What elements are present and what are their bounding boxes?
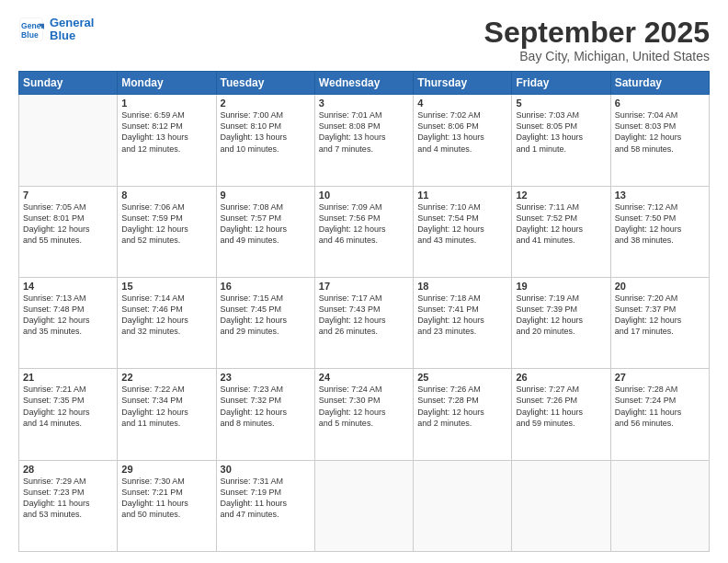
day-info: Sunrise: 7:18 AMSunset: 7:41 PMDaylight:…	[417, 293, 507, 338]
calendar-week-row: 28Sunrise: 7:29 AMSunset: 7:23 PMDayligh…	[19, 460, 710, 551]
svg-text:Blue: Blue	[21, 30, 39, 40]
day-info: Sunrise: 7:03 AMSunset: 8:05 PMDaylight:…	[516, 109, 606, 155]
calendar-week-row: 14Sunrise: 7:13 AMSunset: 7:48 PMDayligh…	[19, 277, 710, 368]
day-info: Sunrise: 7:13 AMSunset: 7:48 PMDaylight:…	[23, 293, 113, 338]
calendar-day-cell: 1Sunrise: 6:59 AMSunset: 8:12 PMDaylight…	[118, 95, 216, 186]
calendar-day-cell: 10Sunrise: 7:09 AMSunset: 7:56 PMDayligh…	[314, 186, 413, 277]
day-info: Sunrise: 7:09 AMSunset: 7:56 PMDaylight:…	[319, 201, 409, 247]
calendar-day-cell: 25Sunrise: 7:26 AMSunset: 7:28 PMDayligh…	[414, 369, 512, 460]
day-number: 12	[516, 190, 606, 201]
calendar-week-row: 21Sunrise: 7:21 AMSunset: 7:35 PMDayligh…	[19, 369, 710, 460]
day-number: 18	[417, 281, 507, 292]
calendar-day-cell: 2Sunrise: 7:00 AMSunset: 8:10 PMDaylight…	[216, 95, 314, 186]
day-info: Sunrise: 7:30 AMSunset: 7:21 PMDaylight:…	[121, 476, 211, 521]
day-number: 6	[615, 98, 705, 109]
calendar-day-header: Thursday	[414, 72, 512, 95]
calendar-day-cell	[414, 460, 512, 551]
day-number: 27	[615, 372, 705, 383]
day-number: 2	[221, 98, 311, 109]
day-info: Sunrise: 7:26 AMSunset: 7:28 PMDaylight:…	[417, 384, 507, 429]
calendar-day-cell	[19, 95, 118, 186]
day-number: 20	[615, 281, 705, 292]
calendar-day-header: Tuesday	[216, 72, 314, 95]
day-number: 30	[221, 464, 311, 475]
day-number: 15	[121, 281, 211, 292]
day-info: Sunrise: 7:14 AMSunset: 7:46 PMDaylight:…	[121, 293, 211, 338]
day-info: Sunrise: 7:15 AMSunset: 7:45 PMDaylight:…	[221, 293, 311, 338]
title-block: September 2025 Bay City, Michigan, Unite…	[484, 17, 710, 63]
calendar-day-cell: 24Sunrise: 7:24 AMSunset: 7:30 PMDayligh…	[314, 369, 413, 460]
calendar-day-header: Saturday	[610, 72, 709, 95]
day-info: Sunrise: 7:31 AMSunset: 7:19 PMDaylight:…	[221, 476, 311, 521]
calendar-day-cell	[610, 460, 709, 551]
calendar-day-header: Monday	[118, 72, 216, 95]
day-number: 29	[121, 464, 211, 475]
calendar-day-cell	[512, 460, 610, 551]
day-info: Sunrise: 6:59 AMSunset: 8:12 PMDaylight:…	[121, 109, 211, 155]
calendar-day-cell: 15Sunrise: 7:14 AMSunset: 7:46 PMDayligh…	[118, 277, 216, 368]
day-info: Sunrise: 7:23 AMSunset: 7:32 PMDaylight:…	[221, 384, 311, 429]
calendar-table: SundayMondayTuesdayWednesdayThursdayFrid…	[18, 71, 710, 552]
day-info: Sunrise: 7:02 AMSunset: 8:06 PMDaylight:…	[417, 109, 507, 155]
day-info: Sunrise: 7:04 AMSunset: 8:03 PMDaylight:…	[615, 109, 705, 155]
day-info: Sunrise: 7:10 AMSunset: 7:54 PMDaylight:…	[417, 201, 507, 247]
day-number: 10	[319, 190, 409, 201]
calendar-day-cell: 7Sunrise: 7:05 AMSunset: 8:01 PMDaylight…	[19, 186, 118, 277]
calendar-day-header: Sunday	[19, 72, 118, 95]
day-number: 3	[319, 98, 409, 109]
day-number: 25	[417, 372, 507, 383]
day-info: Sunrise: 7:22 AMSunset: 7:34 PMDaylight:…	[121, 384, 211, 429]
day-info: Sunrise: 7:06 AMSunset: 7:59 PMDaylight:…	[121, 201, 211, 247]
day-info: Sunrise: 7:01 AMSunset: 8:08 PMDaylight:…	[319, 109, 409, 155]
day-number: 14	[23, 281, 113, 292]
day-number: 24	[319, 372, 409, 383]
day-number: 11	[417, 190, 507, 201]
day-number: 21	[23, 372, 113, 383]
day-info: Sunrise: 7:05 AMSunset: 8:01 PMDaylight:…	[23, 201, 113, 247]
logo: General Blue General Blue	[18, 17, 94, 43]
calendar-day-cell	[314, 460, 413, 551]
calendar-day-cell: 23Sunrise: 7:23 AMSunset: 7:32 PMDayligh…	[216, 369, 314, 460]
day-info: Sunrise: 7:12 AMSunset: 7:50 PMDaylight:…	[615, 201, 705, 247]
calendar-day-cell: 21Sunrise: 7:21 AMSunset: 7:35 PMDayligh…	[19, 369, 118, 460]
day-info: Sunrise: 7:29 AMSunset: 7:23 PMDaylight:…	[23, 476, 113, 521]
day-info: Sunrise: 7:11 AMSunset: 7:52 PMDaylight:…	[516, 201, 606, 247]
day-number: 7	[23, 190, 113, 201]
day-info: Sunrise: 7:24 AMSunset: 7:30 PMDaylight:…	[319, 384, 409, 429]
calendar-day-cell: 30Sunrise: 7:31 AMSunset: 7:19 PMDayligh…	[216, 460, 314, 551]
calendar-header-row: SundayMondayTuesdayWednesdayThursdayFrid…	[19, 72, 710, 95]
calendar-day-cell: 4Sunrise: 7:02 AMSunset: 8:06 PMDaylight…	[414, 95, 512, 186]
calendar-day-cell: 13Sunrise: 7:12 AMSunset: 7:50 PMDayligh…	[610, 186, 709, 277]
calendar-day-cell: 22Sunrise: 7:22 AMSunset: 7:34 PMDayligh…	[118, 369, 216, 460]
calendar-day-cell: 27Sunrise: 7:28 AMSunset: 7:24 PMDayligh…	[610, 369, 709, 460]
calendar-day-cell: 9Sunrise: 7:08 AMSunset: 7:57 PMDaylight…	[216, 186, 314, 277]
subtitle: Bay City, Michigan, United States	[484, 49, 710, 63]
day-number: 28	[23, 464, 113, 475]
day-number: 8	[121, 190, 211, 201]
calendar-day-cell: 17Sunrise: 7:17 AMSunset: 7:43 PMDayligh…	[314, 277, 413, 368]
logo-icon: General Blue	[18, 17, 44, 42]
day-number: 1	[121, 98, 211, 109]
day-number: 19	[516, 281, 606, 292]
day-number: 22	[121, 372, 211, 383]
day-info: Sunrise: 7:28 AMSunset: 7:24 PMDaylight:…	[615, 384, 705, 429]
calendar-day-cell: 11Sunrise: 7:10 AMSunset: 7:54 PMDayligh…	[414, 186, 512, 277]
logo-line2: Blue	[50, 29, 94, 42]
day-info: Sunrise: 7:08 AMSunset: 7:57 PMDaylight:…	[221, 201, 311, 247]
day-info: Sunrise: 7:00 AMSunset: 8:10 PMDaylight:…	[221, 109, 311, 155]
calendar-day-header: Wednesday	[314, 72, 413, 95]
calendar-day-header: Friday	[512, 72, 610, 95]
calendar-day-cell: 12Sunrise: 7:11 AMSunset: 7:52 PMDayligh…	[512, 186, 610, 277]
calendar-day-cell: 16Sunrise: 7:15 AMSunset: 7:45 PMDayligh…	[216, 277, 314, 368]
day-info: Sunrise: 7:21 AMSunset: 7:35 PMDaylight:…	[23, 384, 113, 429]
day-info: Sunrise: 7:27 AMSunset: 7:26 PMDaylight:…	[516, 384, 606, 429]
day-info: Sunrise: 7:17 AMSunset: 7:43 PMDaylight:…	[319, 293, 409, 338]
calendar-day-cell: 6Sunrise: 7:04 AMSunset: 8:03 PMDaylight…	[610, 95, 709, 186]
day-number: 13	[615, 190, 705, 201]
calendar-day-cell: 3Sunrise: 7:01 AMSunset: 8:08 PMDaylight…	[314, 95, 413, 186]
calendar-day-cell: 5Sunrise: 7:03 AMSunset: 8:05 PMDaylight…	[512, 95, 610, 186]
day-number: 23	[221, 372, 311, 383]
day-info: Sunrise: 7:20 AMSunset: 7:37 PMDaylight:…	[615, 293, 705, 338]
day-number: 5	[516, 98, 606, 109]
calendar-day-cell: 8Sunrise: 7:06 AMSunset: 7:59 PMDaylight…	[118, 186, 216, 277]
